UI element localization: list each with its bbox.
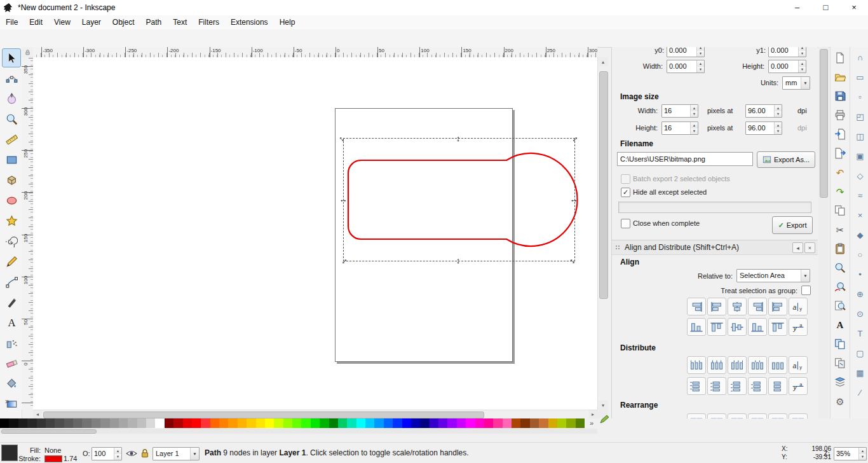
palette-swatch[interactable]: [128, 418, 137, 428]
menu-help[interactable]: Help: [274, 15, 301, 29]
spinner-buttons[interactable]: ▲▼: [690, 122, 698, 134]
palette-swatch[interactable]: [466, 418, 475, 428]
horizontal-ruler[interactable]: -350-300-250-200-150-100-500501001502002…: [33, 47, 597, 58]
inkscape-preferences-button[interactable]: ⚙: [832, 393, 848, 410]
palette-swatch[interactable]: [301, 418, 310, 428]
layer-lock-toggle[interactable]: [139, 448, 151, 459]
tool-paint-bucket[interactable]: [2, 374, 21, 393]
palette-swatch[interactable]: [192, 418, 201, 428]
spinner-buttons[interactable]: ▲▼: [798, 47, 806, 57]
redo-button[interactable]: ↷: [832, 183, 848, 200]
find-button[interactable]: [832, 259, 848, 276]
undo-button[interactable]: ↶: [832, 164, 848, 181]
horizontal-scroll-thumb[interactable]: [43, 411, 484, 418]
tool-rectangle[interactable]: [2, 150, 21, 169]
align-bottom-edges-button[interactable]: [748, 318, 767, 336]
tool-spiral[interactable]: [2, 232, 21, 251]
make-vertical-centers-equidistant-button[interactable]: [707, 377, 726, 395]
align-left-edges-button[interactable]: [707, 298, 726, 315]
scroll-down-button[interactable]: ▾: [598, 401, 608, 410]
text-and-font-button[interactable]: A: [832, 317, 848, 333]
palette-swatch[interactable]: [292, 418, 301, 428]
palette-swatch[interactable]: [219, 418, 228, 428]
palette-swatch[interactable]: [55, 418, 64, 428]
drag-grip-icon[interactable]: [615, 245, 620, 251]
tool-tweak[interactable]: [2, 89, 21, 108]
palette-swatch[interactable]: [283, 418, 292, 428]
palette-swatch[interactable]: [338, 418, 347, 428]
menu-extensions[interactable]: Extensions: [225, 15, 274, 29]
open-document-button[interactable]: [832, 69, 848, 85]
cut-button[interactable]: ✂: [832, 221, 848, 238]
tool-bezier-pen[interactable]: [2, 272, 21, 291]
distribute-vertically-button[interactable]: [768, 377, 787, 395]
arrange-as-graph-button[interactable]: [687, 413, 706, 418]
duplicate-button[interactable]: [832, 336, 848, 352]
spinner-buttons[interactable]: ▲▼: [690, 105, 698, 117]
relative-to-dropdown[interactable]: Selection Area▼: [736, 269, 810, 282]
scale-handle-n[interactable]: ↕: [453, 133, 463, 143]
palette-swatch[interactable]: [92, 418, 100, 428]
spinner-buttons[interactable]: ▲▼: [798, 60, 806, 73]
align-left-edges-to-right-edge-of-anchor-button[interactable]: [768, 298, 787, 315]
tool-eraser[interactable]: [2, 354, 21, 373]
palette-swatch[interactable]: [374, 418, 383, 428]
snap-bounding-boxes-toggle[interactable]: ▭: [852, 69, 868, 85]
tool-pencil[interactable]: [2, 252, 21, 271]
exchange-in-z-order-button[interactable]: [728, 413, 747, 418]
snap-bbox-edges-toggle[interactable]: ▫: [852, 89, 868, 105]
palette-swatch[interactable]: [37, 418, 46, 428]
menu-file[interactable]: File: [0, 15, 24, 29]
snap-grids-toggle[interactable]: ▦: [852, 365, 868, 381]
palette-swatch[interactable]: [365, 418, 374, 428]
copy-button[interactable]: [832, 202, 848, 219]
close-button[interactable]: ×: [840, 0, 868, 15]
vertical-scrollbar[interactable]: ▴ ▾: [597, 57, 609, 410]
snap-bbox-edge-midpoints-toggle[interactable]: ◫: [852, 128, 868, 144]
palette-swatch[interactable]: [475, 418, 484, 428]
align-bottom-edges-to-top-edge-of-anchor-button[interactable]: [687, 318, 706, 336]
fill-value[interactable]: None: [44, 445, 61, 455]
palette-swatch[interactable]: [18, 418, 27, 428]
palette-scroll-thumb[interactable]: [1, 429, 97, 434]
image-height-input[interactable]: 16▲▼: [661, 121, 698, 135]
export-y0-input[interactable]: 0.000▲▼: [667, 47, 705, 57]
panel-collapse-button[interactable]: ◂: [792, 242, 803, 253]
align-right-edges-to-left-edge-of-anchor-button[interactable]: [687, 298, 706, 315]
scale-handle-s[interactable]: ↕: [453, 255, 463, 265]
palette-swatch[interactable]: [256, 418, 265, 428]
layer-visibility-toggle[interactable]: [126, 448, 137, 459]
treat-as-group-checkbox[interactable]: [801, 286, 811, 295]
tool-spray[interactable]: [2, 333, 21, 352]
randomize-centers-button[interactable]: [768, 413, 787, 418]
palette-swatch[interactable]: [311, 418, 320, 428]
palette-swatch[interactable]: [420, 418, 429, 428]
snap-text-baselines-toggle[interactable]: T: [852, 326, 868, 342]
palette-swatch[interactable]: [438, 418, 447, 428]
palette-swatch[interactable]: [274, 418, 283, 428]
toolbox-overflow-button[interactable]: »: [5, 397, 10, 406]
tool-zoom[interactable]: [2, 109, 21, 128]
snap-nodes-toggle[interactable]: ◇: [852, 168, 868, 184]
palette-swatch[interactable]: [548, 418, 557, 428]
palette-swatch[interactable]: [356, 418, 365, 428]
palette-swatch[interactable]: [100, 418, 109, 428]
palette-swatch[interactable]: [512, 418, 520, 428]
palette-swatch[interactable]: [210, 418, 219, 428]
make-vertical-gaps-equal-button[interactable]: [748, 377, 767, 395]
palette-swatch[interactable]: [265, 418, 274, 428]
tool-text[interactable]: A: [2, 313, 21, 332]
align-top-edges-button[interactable]: [707, 318, 726, 336]
palette-swatch[interactable]: [9, 418, 18, 428]
export-png-button[interactable]: [832, 145, 848, 162]
palette-swatch[interactable]: [165, 418, 173, 428]
scale-handle-e[interactable]: ↔: [569, 194, 579, 204]
align-right-edges-button[interactable]: [748, 298, 767, 315]
snap-guides-toggle[interactable]: ∕: [852, 385, 868, 401]
tool-node-editor[interactable]: [2, 69, 21, 88]
palette-swatch[interactable]: [493, 418, 502, 428]
horizontal-scrollbar[interactable]: ◂ ▸: [33, 410, 597, 419]
panel-scroll-thumb[interactable]: [820, 49, 828, 198]
layers-dialog-button[interactable]: [832, 374, 848, 390]
color-managed-display-toggle[interactable]: [598, 411, 611, 427]
